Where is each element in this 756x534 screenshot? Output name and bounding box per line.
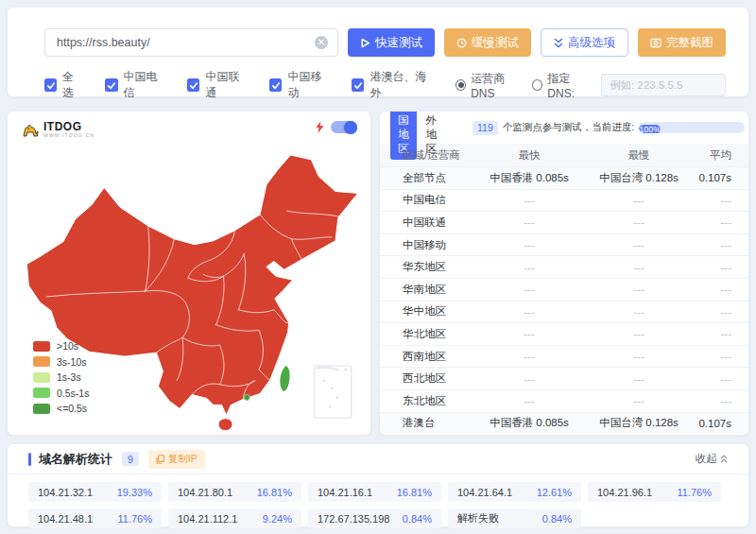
itdog-logo: ITDOG WWW.ITDOG.CN — [21, 121, 94, 139]
legend-swatch — [33, 356, 50, 367]
map-toggle[interactable] — [331, 121, 357, 133]
clear-icon[interactable]: ✕ — [315, 36, 328, 49]
dns-count-badge: 9 — [122, 452, 139, 466]
slow-test-button[interactable]: 缓慢测试 — [444, 28, 531, 57]
progress-text: 个监测点参与测试，当前进度: — [503, 121, 634, 134]
map-header: ITDOG WWW.ITDOG.CN — [21, 121, 357, 139]
lightning-icon — [316, 121, 324, 133]
copy-icon — [156, 455, 164, 464]
clock-icon — [456, 38, 467, 48]
dns-stats-card: 域名解析统计 9 复制IP 收起 104.21.32.1 19.33% 104.… — [8, 444, 748, 526]
screenshot-icon — [650, 38, 662, 48]
checkbox-select-all[interactable]: 全选 — [44, 69, 83, 101]
radio-custom-dns[interactable]: 指定DNS: — [532, 71, 593, 100]
table-row[interactable]: 港澳台 中国香港 0.085s 中国台湾 0.128s 0.107s — [380, 412, 748, 435]
checkbox-checked-icon — [44, 78, 57, 92]
legend-item: 1s-3s — [33, 371, 89, 383]
table-row[interactable]: 中国联通 --- --- --- — [380, 211, 748, 233]
checkbox-china-telecom[interactable]: 中国电信 — [105, 69, 165, 101]
advanced-options-button[interactable]: 高级选项 — [541, 28, 628, 57]
table-row[interactable]: 东北地区 --- --- --- — [380, 389, 748, 412]
progress-bar: 100% — [639, 122, 745, 133]
progress-fill: 100% — [639, 125, 661, 133]
map-legend: >10s 3s-10s 1s-3s 0.5s-1s <=0.5s — [33, 340, 89, 414]
ip-chip[interactable]: 104.21.64.1 12.61% — [448, 482, 581, 502]
checkbox-china-mobile[interactable]: 中国移动 — [269, 69, 330, 101]
dog-icon — [21, 122, 40, 139]
dns-stats-header: 域名解析统计 9 复制IP 收起 — [8, 444, 748, 474]
play-icon — [360, 38, 370, 48]
ip-chip[interactable]: 解析失败 0.84% — [448, 508, 581, 528]
table-row[interactable]: 华东地区 --- --- --- — [380, 255, 748, 278]
map-card: ITDOG WWW.ITDOG.CN — [8, 112, 370, 435]
hong-kong-dot[interactable] — [244, 395, 249, 401]
taiwan-shape[interactable] — [280, 366, 289, 391]
legend-item: 0.5s-1s — [33, 388, 89, 399]
copy-ip-button[interactable]: 复制IP — [148, 450, 205, 469]
radio-unselected-icon — [532, 79, 542, 91]
ip-chip[interactable]: 104.21.80.1 16.81% — [168, 482, 301, 502]
table-row[interactable]: 华中地区 --- --- --- — [380, 301, 748, 323]
legend-swatch — [33, 341, 50, 352]
checkbox-checked-icon — [187, 78, 199, 92]
ip-chip[interactable]: 104.21.16.1 16.81% — [308, 482, 441, 502]
dns-stats-title: 域名解析统计 — [39, 451, 112, 468]
legend-swatch — [33, 388, 50, 398]
dns-group: 运营商DNS 指定DNS: 例如: 223.5.5.5 — [455, 71, 726, 100]
toggle-knob-icon — [344, 121, 357, 134]
node-count-badge: 119 — [472, 121, 498, 135]
ip-chip[interactable]: 104.21.48.1 11.76% — [28, 508, 162, 528]
options-row: 全选 中国电信 中国联通 中国移动 港澳台、海外 运营商DNS 指定DNS: — [44, 69, 726, 101]
logo-title: ITDOG — [43, 121, 94, 132]
checkbox-checked-icon — [352, 78, 364, 92]
radio-selected-icon — [455, 79, 466, 91]
url-row: https://rss.beauty/ ✕ 快速测试 缓慢测试 高级选项 完整截… — [44, 28, 726, 57]
table-row[interactable]: 中国移动 --- --- --- — [380, 233, 748, 256]
map-tools — [316, 121, 357, 133]
radio-operator-dns[interactable]: 运营商DNS — [455, 71, 524, 100]
url-value: https://rss.beauty/ — [57, 36, 315, 49]
chevron-up-icon — [720, 455, 728, 463]
legend-item: <=0.5s — [33, 403, 89, 414]
query-card: https://rss.beauty/ ✕ 快速测试 缓慢测试 高级选项 完整截… — [8, 8, 748, 96]
title-accent-bar — [28, 453, 31, 466]
quick-test-button[interactable]: 快速测试 — [348, 28, 435, 57]
url-input[interactable]: https://rss.beauty/ ✕ — [44, 28, 338, 57]
ip-chip-grid: 104.21.32.1 19.33% 104.21.80.1 16.81% 10… — [8, 474, 748, 528]
collapse-toggle[interactable]: 收起 — [696, 452, 728, 466]
results-header: 中国地区 海外地区 119 个监测点参与测试，当前进度: 100% — [380, 112, 748, 144]
dns-placeholder: 例如: 223.5.5.5 — [610, 78, 682, 93]
table-row[interactable]: 华北地区 --- --- --- — [380, 322, 748, 345]
full-screenshot-button[interactable]: 完整截图 — [638, 28, 726, 57]
hainan-shape[interactable] — [218, 419, 232, 431]
chevron-double-down-icon — [554, 38, 563, 48]
ip-chip[interactable]: 104.21.112.1 9.24% — [168, 508, 301, 528]
ip-chip[interactable]: 104.21.96.1 11.76% — [588, 482, 721, 502]
table-row[interactable]: 中国电信 --- --- --- — [380, 189, 748, 212]
south-china-sea-inset — [314, 366, 351, 418]
table-row[interactable]: 西南地区 --- --- --- — [380, 345, 748, 368]
legend-item: >10s — [33, 340, 89, 352]
legend-item: 3s-10s — [33, 356, 89, 368]
table-header: 区域/运营商 最快 最慢 平均 — [380, 144, 748, 166]
logo-subtitle: WWW.ITDOG.CN — [43, 132, 94, 139]
legend-swatch — [33, 372, 50, 383]
legend-swatch — [33, 404, 50, 414]
results-card: 中国地区 海外地区 119 个监测点参与测试，当前进度: 100% 区域/运营商… — [380, 112, 748, 435]
checkbox-overseas[interactable]: 港澳台、海外 — [352, 69, 434, 101]
checkbox-checked-icon — [105, 78, 117, 92]
table-row[interactable]: 全部节点 中国香港 0.085s 中国台湾 0.128s 0.107s — [380, 166, 748, 189]
custom-dns-input[interactable]: 例如: 223.5.5.5 — [601, 74, 726, 96]
checkbox-checked-icon — [269, 78, 282, 92]
checkbox-china-unicom[interactable]: 中国联通 — [187, 69, 248, 101]
ip-chip[interactable]: 104.21.32.1 19.33% — [28, 482, 162, 502]
ip-chip[interactable]: 172.67.135.198 0.84% — [308, 508, 441, 528]
table-row[interactable]: 西北地区 --- --- --- — [380, 367, 748, 389]
table-row[interactable]: 华南地区 --- --- --- — [380, 278, 748, 301]
